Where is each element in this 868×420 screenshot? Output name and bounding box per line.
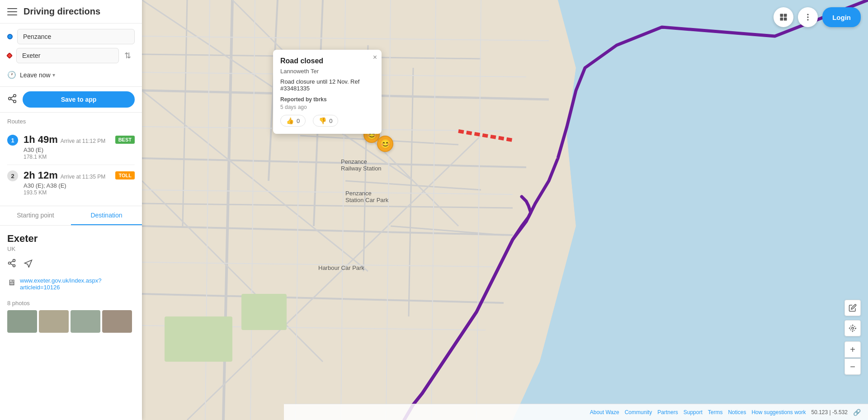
route-info-2: 2h 12m Arrive at 11:35 PM A30 (E); A38 (…	[24, 170, 112, 196]
destination-tabs: Starting point Destination	[0, 206, 142, 226]
page-title: Driving directions	[24, 6, 100, 17]
clock-icon: 🕐	[7, 71, 16, 79]
support-link[interactable]: Support	[684, 409, 703, 415]
photos-section: 8 photos	[0, 296, 142, 336]
photo-thumb-2[interactable]	[39, 310, 69, 333]
menu-button[interactable]	[7, 8, 17, 15]
route-time-2: 2h 12m	[24, 170, 58, 181]
zoom-out-button[interactable]: −	[844, 359, 861, 375]
svg-line-4	[11, 96, 14, 98]
route-info-1: 1h 49m Arrive at 11:12 PM A30 (E) 178.1 …	[24, 134, 112, 160]
popup-title: Road closed	[280, 57, 374, 65]
to-dot-icon	[6, 52, 13, 59]
svg-point-0	[14, 94, 16, 97]
vote-down-button[interactable]: 👎 0	[313, 115, 338, 127]
road-closed-popup: × Road closed Lannoweth Ter Road closure…	[273, 50, 382, 134]
destination-country: UK	[7, 245, 135, 252]
destination-actions	[7, 259, 135, 270]
destination-info: Exeter UK	[0, 226, 142, 277]
vote-up-button[interactable]: 👍 0	[280, 115, 306, 127]
notices-link[interactable]: Notices	[728, 409, 746, 415]
terms-link[interactable]: Terms	[708, 409, 723, 415]
reported-by-label: Reported by	[280, 96, 312, 103]
monitor-icon: 🖥	[7, 278, 15, 288]
popup-street: Lannoweth Ter	[280, 68, 374, 75]
tab-starting-point[interactable]: Starting point	[0, 206, 71, 225]
thumbs-down-icon: 👎	[319, 117, 326, 124]
leave-now-arrow-icon: ▾	[52, 72, 55, 78]
to-input[interactable]	[16, 48, 119, 63]
leave-now-label: Leave now	[20, 71, 51, 79]
route-time-value-2: 2h 12m	[24, 170, 58, 181]
route-time-1: 1h 49m	[24, 134, 58, 146]
svg-point-5	[13, 260, 15, 262]
locate-me-button[interactable]	[844, 320, 861, 336]
how-suggestions-link[interactable]: How suggestions work	[751, 409, 806, 415]
grid-button[interactable]	[774, 7, 793, 27]
popup-time: 5 days ago	[280, 104, 374, 110]
share-button[interactable]	[7, 94, 17, 106]
route-dist-1: 178.1 KM	[24, 154, 112, 160]
svg-point-58	[852, 327, 854, 330]
map-svg	[142, 0, 868, 420]
photo-thumb-3[interactable]	[71, 310, 100, 333]
vote-up-count: 0	[297, 118, 300, 124]
map-footer: About Waze Community Partners Support Te…	[284, 404, 868, 420]
partners-link[interactable]: Partners	[657, 409, 678, 415]
reporter-name: tbrks	[313, 96, 326, 103]
route-item-1[interactable]: 1 1h 49m Arrive at 11:12 PM A30 (E) 178.…	[7, 129, 135, 165]
route-roads-2: A30 (E); A38 (E)	[24, 182, 112, 189]
search-area: ⇅ 🕐 Leave now ▾	[0, 24, 142, 87]
from-input[interactable]	[17, 29, 135, 44]
sidebar-header: Driving directions	[0, 0, 142, 24]
routes-section: Routes 1 1h 49m Arrive at 11:12 PM A30 (…	[0, 113, 142, 206]
svg-point-7	[13, 264, 15, 267]
svg-rect-51	[780, 14, 783, 17]
destination-share-button[interactable]	[7, 259, 16, 270]
tab-destination[interactable]: Destination	[71, 206, 142, 225]
about-waze-link[interactable]: About Waze	[590, 409, 619, 415]
photo-thumb-4[interactable]	[102, 310, 132, 333]
vote-down-count: 0	[329, 118, 332, 124]
chain-link-icon[interactable]: 🔗	[853, 409, 861, 416]
community-link[interactable]: Community	[625, 409, 652, 415]
photo-thumb-1[interactable]	[7, 310, 37, 333]
route-time-value-1: 1h 49m	[24, 134, 58, 146]
svg-line-3	[11, 99, 14, 101]
map-area[interactable]: Harbour Car Park PenzanceRailway Station…	[142, 0, 868, 420]
svg-rect-50	[241, 294, 287, 330]
edit-map-button[interactable]	[844, 300, 861, 316]
svg-point-57	[807, 19, 809, 20]
swap-button[interactable]: ⇅	[121, 49, 135, 62]
more-options-button[interactable]	[798, 7, 818, 27]
popup-close-button[interactable]: ×	[373, 53, 377, 61]
leave-now-button[interactable]: Leave now ▾	[20, 71, 55, 79]
route-badge-best: BEST	[115, 136, 135, 144]
svg-rect-52	[784, 14, 787, 17]
login-button[interactable]: Login	[822, 7, 861, 27]
map-coordinates: 50.123 | -5.532	[811, 409, 848, 415]
map-top-right-controls: Login	[774, 7, 861, 27]
route-arrive-1: Arrive at 11:12 PM	[61, 138, 105, 144]
svg-line-9	[10, 261, 13, 262]
svg-point-6	[9, 262, 11, 264]
destination-website-link[interactable]: www.exeter.gov.uk/index.aspx?articleid=1…	[20, 277, 135, 291]
from-row	[7, 29, 135, 44]
route-roads-1: A30 (E)	[24, 146, 112, 153]
svg-rect-53	[780, 18, 783, 21]
popup-reporter: Reported by tbrks	[280, 96, 374, 103]
popup-votes: 👍 0 👎 0	[280, 115, 374, 127]
route-item-2[interactable]: 2 2h 12m Arrive at 11:35 PM A30 (E); A38…	[7, 165, 135, 200]
destination-navigate-button[interactable]	[24, 259, 33, 270]
save-to-app-button[interactable]: Save to app	[23, 91, 135, 108]
sidebar: Driving directions ⇅ 🕐 Leave now ▾	[0, 0, 142, 420]
svg-point-2	[14, 100, 16, 103]
destination-link-section: 🖥 www.exeter.gov.uk/index.aspx?articleid…	[0, 277, 142, 296]
hazard-marker-3[interactable]: 😊	[377, 136, 393, 152]
zoom-in-button[interactable]: +	[844, 341, 861, 358]
photos-count: 8 photos	[7, 300, 135, 307]
svg-rect-54	[784, 18, 787, 21]
leave-now-row: 🕐 Leave now ▾	[7, 67, 135, 81]
svg-rect-49	[165, 316, 232, 362]
svg-line-8	[10, 264, 13, 265]
